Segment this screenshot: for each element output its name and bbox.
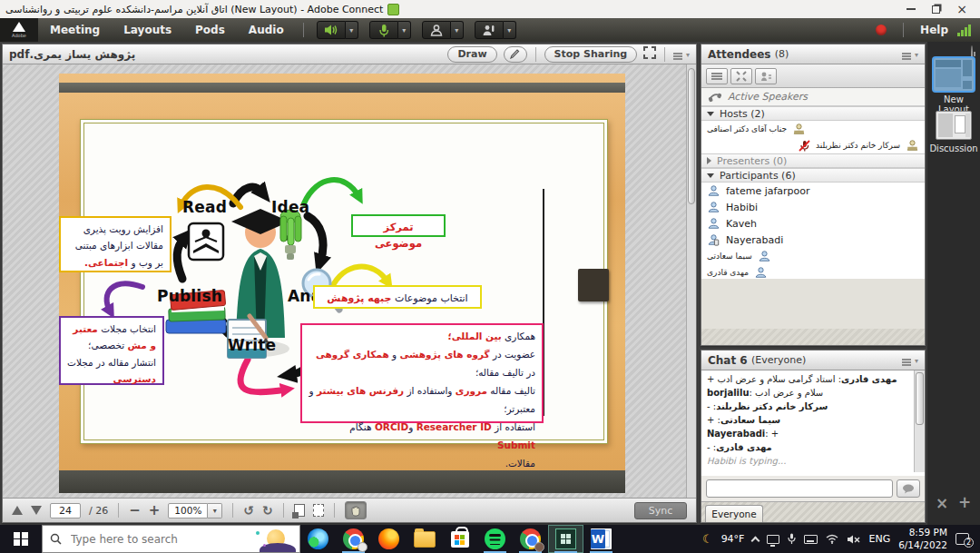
taskbar-store-icon[interactable]: [442, 525, 477, 553]
touch-keyboard-icon[interactable]: [804, 535, 818, 544]
connection-signal-icon[interactable]: [957, 25, 971, 36]
taskbar-word-icon[interactable]: W: [583, 525, 619, 553]
list-view-icon[interactable]: [706, 68, 728, 84]
taskbar-edge-icon[interactable]: [300, 525, 336, 553]
chat-message-input[interactable]: [706, 479, 893, 498]
attendees-pod: Attendees (8) ▾ Active Speakers Hosts (: [701, 44, 926, 346]
sync-button[interactable]: Sync: [634, 502, 687, 519]
pan-tool-button[interactable]: [345, 501, 367, 519]
stop-sharing-button[interactable]: Stop Sharing: [544, 46, 638, 63]
microphone-icon[interactable]: [369, 21, 398, 39]
zoom-in-icon[interactable]: +: [149, 504, 161, 518]
tray-expand-icon[interactable]: [751, 536, 760, 545]
system-tray: ☾ 94°F ENG 8:59 PM 6/14/2022 2: [702, 525, 980, 553]
attendee-row[interactable]: Kaveh: [701, 215, 925, 232]
temperature-label[interactable]: 94°F: [721, 533, 745, 545]
zoom-level-select[interactable]: 100% ▾: [168, 503, 222, 518]
previous-page-icon[interactable]: [12, 506, 23, 515]
share-pod-content: Read Idea Analyze Write Publish افزایش ر…: [3, 64, 696, 499]
menu-layouts[interactable]: Layouts: [112, 24, 183, 36]
zoom-dropdown-icon[interactable]: ▾: [208, 503, 222, 518]
pen-tool-button[interactable]: [504, 46, 527, 63]
slide-bookmark-decoration: [578, 269, 609, 301]
layout-thumbnail-discussion[interactable]: [936, 111, 972, 140]
display-tray-icon[interactable]: [767, 535, 779, 544]
weather-moon-icon[interactable]: ☾: [702, 532, 713, 546]
add-layout-icon[interactable]: +: [958, 493, 971, 511]
badge-view-icon[interactable]: [755, 68, 777, 84]
menu-bar: Adobe Meeting Layouts Pods Audio ▾ ▾ ▾: [0, 18, 980, 42]
rotate-right-icon[interactable]: ↻: [262, 504, 273, 517]
menu-meeting[interactable]: Meeting: [38, 24, 112, 36]
attendees-footer: [701, 279, 925, 345]
attendee-row[interactable]: Habibi: [701, 199, 925, 215]
presenters-section-header[interactable]: Presenters (0): [701, 153, 925, 168]
attendee-row[interactable]: Nayerabadi: [701, 232, 925, 248]
adobe-connect-window: اتاق آنلاین مراسم-دانشکده علوم تربیتی و …: [0, 0, 980, 553]
taskbar-firefox-icon[interactable]: [371, 525, 407, 553]
webcam-icon[interactable]: [422, 21, 451, 39]
close-icon[interactable]: ×: [956, 3, 967, 15]
divider: [903, 23, 904, 37]
taskbar-adobe-connect-icon[interactable]: [548, 525, 583, 553]
speaker-dropdown-icon[interactable]: ▾: [346, 21, 358, 39]
share-scrollbar[interactable]: [686, 64, 696, 499]
window-title: اتاق آنلاین مراسم-دانشکده علوم تربیتی و …: [5, 4, 383, 15]
minimize-icon[interactable]: [906, 8, 916, 10]
raise-hand-icon[interactable]: [475, 21, 504, 39]
action-center-icon[interactable]: 2: [956, 533, 969, 545]
taskbar-chrome2-icon[interactable]: [513, 525, 548, 553]
layout-thumbnail-new-layout[interactable]: [934, 58, 974, 91]
language-indicator[interactable]: ENG: [868, 533, 890, 545]
taskbar-chrome-icon[interactable]: [336, 525, 371, 553]
attendees-header: Attendees (8) ▾: [701, 44, 925, 64]
fit-page-icon[interactable]: [294, 504, 305, 517]
muted-speaker-icon[interactable]: [847, 534, 860, 545]
next-page-icon[interactable]: [31, 506, 42, 515]
taskbar-file-explorer-icon[interactable]: [407, 525, 442, 553]
raise-hand-dropdown-icon[interactable]: ▾: [504, 21, 516, 39]
menu-pods[interactable]: Pods: [183, 24, 237, 36]
share-pod-menu-icon[interactable]: ▾: [673, 48, 690, 60]
speaker-icon[interactable]: [317, 21, 346, 39]
chat-scrollbar[interactable]: [914, 370, 925, 472]
webcam-dropdown-icon[interactable]: ▾: [451, 21, 464, 39]
taskbar-spotify-icon[interactable]: [477, 525, 513, 553]
clock[interactable]: 8:59 PM 6/14/2022: [898, 527, 947, 550]
attendees-pod-menu-icon[interactable]: ▾: [902, 48, 918, 60]
draw-button[interactable]: Draw: [447, 46, 496, 63]
microphone-dropdown-icon[interactable]: ▾: [398, 21, 411, 39]
attendee-row[interactable]: fateme jafarpoor: [701, 183, 925, 199]
fit-width-icon[interactable]: [313, 504, 324, 517]
layout-label-discussion[interactable]: Discussion: [927, 143, 980, 153]
speaker-button[interactable]: ▾: [317, 21, 358, 39]
tab-everyone[interactable]: Everyone: [705, 505, 763, 522]
attendee-row-host[interactable]: سرکار خانم دکتر نظربلند: [701, 137, 925, 153]
attendee-row[interactable]: سیما سعادتی: [701, 248, 925, 264]
start-button[interactable]: [0, 525, 42, 553]
rotate-left-icon[interactable]: ↺: [243, 504, 254, 517]
fullscreen-button[interactable]: [643, 46, 656, 62]
chat-pod-menu-icon[interactable]: ▾: [902, 354, 918, 366]
grid-view-icon[interactable]: [730, 68, 752, 84]
attendee-name: Habibi: [726, 202, 758, 213]
microphone-button[interactable]: ▾: [369, 21, 411, 39]
hosts-section-header[interactable]: Hosts (2): [701, 106, 925, 121]
send-message-button[interactable]: [897, 479, 920, 498]
attendee-name: Kaveh: [726, 218, 757, 230]
microphone-tray-icon[interactable]: [788, 533, 796, 545]
restore-icon[interactable]: [932, 5, 940, 14]
help-menu[interactable]: Help: [920, 24, 948, 36]
page-number-input[interactable]: [50, 503, 81, 518]
attendee-row-host[interactable]: جناب آقای دکتر اصنافی: [701, 121, 925, 137]
raise-hand-button[interactable]: ▾: [475, 21, 516, 39]
wifi-icon[interactable]: [826, 534, 838, 544]
participants-section-header[interactable]: Participants (6): [701, 168, 925, 183]
share-pod: پژوهش یساز یمری.pdf Draw Stop Sharing ▾: [2, 44, 697, 523]
zoom-level-value[interactable]: 100%: [168, 503, 208, 518]
webcam-button[interactable]: ▾: [422, 21, 464, 39]
taskbar-search[interactable]: [42, 525, 300, 553]
zoom-out-icon[interactable]: −: [129, 504, 141, 518]
close-layout-icon[interactable]: ×: [936, 494, 948, 512]
menu-audio[interactable]: Audio: [237, 24, 296, 36]
